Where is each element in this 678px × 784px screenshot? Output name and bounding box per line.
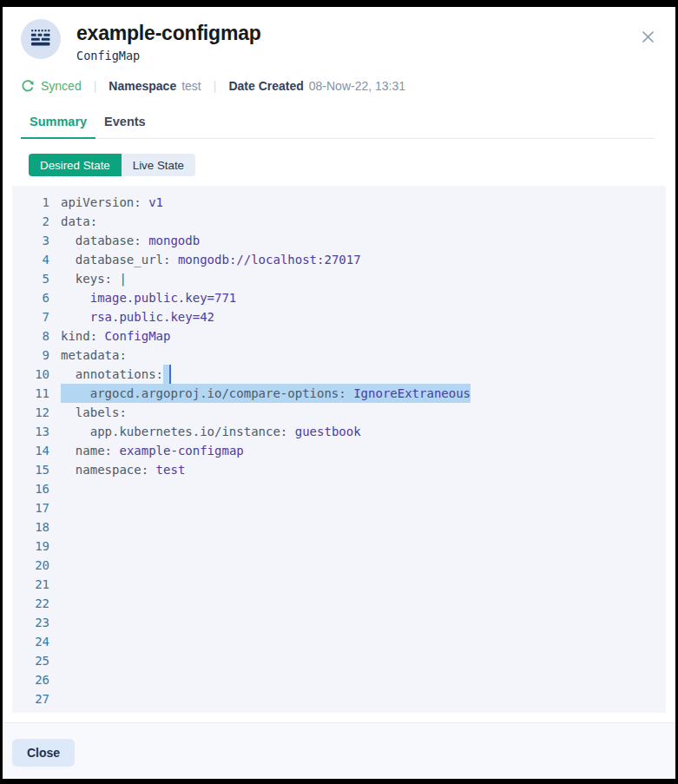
line-number: 12 xyxy=(12,403,49,422)
namespace-label: Namespace xyxy=(109,79,176,93)
code-line: 3 database: mongodb xyxy=(12,231,666,250)
code-line: 11 argocd.argoproj.io/compare-options: I… xyxy=(12,384,666,403)
code-text: rsa.public.key=42 xyxy=(61,307,214,326)
code-text: image.public.key=771 xyxy=(61,288,236,307)
code-line: 21 xyxy=(12,575,666,594)
line-number: 22 xyxy=(12,594,49,613)
line-number: 9 xyxy=(12,346,49,365)
line-number: 4 xyxy=(12,250,49,269)
line-number: 21 xyxy=(12,575,49,594)
status-bar: Synced | Namespace test | Date Created 0… xyxy=(21,77,405,95)
line-number: 24 xyxy=(12,632,49,651)
code-line: 22 xyxy=(12,594,666,613)
code-line: 14 name: example-configmap xyxy=(12,441,666,460)
line-number: 2 xyxy=(12,212,49,231)
line-number: 5 xyxy=(12,269,49,288)
code-line: 27 xyxy=(12,689,666,708)
code-line: 15 namespace: test xyxy=(12,460,666,479)
tab-summary[interactable]: Summary xyxy=(21,108,95,139)
code-text: kind: ConfigMap xyxy=(61,326,170,346)
resource-detail-panel: example-configmap ConfigMap Synced | Nam… xyxy=(3,7,675,779)
code-line: 12 labels: xyxy=(12,403,666,422)
line-number: 8 xyxy=(12,326,49,346)
code-text: labels: xyxy=(61,403,127,422)
code-line: 18 xyxy=(12,517,666,537)
line-number: 6 xyxy=(12,288,49,307)
code-line: 23 xyxy=(12,613,666,632)
desired-state-button[interactable]: Desired State xyxy=(29,154,122,176)
code-line: 25 xyxy=(12,651,666,670)
code-text: keys: | xyxy=(61,269,127,288)
line-number: 17 xyxy=(12,498,49,517)
code-line: 7 rsa.public.key=42 xyxy=(12,307,666,326)
line-number: 13 xyxy=(12,422,49,441)
close-icon[interactable] xyxy=(637,26,658,47)
code-text: annotations: xyxy=(61,365,171,384)
code-line: 6 image.public.key=771 xyxy=(12,288,666,307)
code-text: apiVersion: v1 xyxy=(61,193,163,212)
line-number: 10 xyxy=(12,365,49,384)
code-line: 26 xyxy=(12,670,666,689)
line-number: 16 xyxy=(12,479,49,498)
resource-kind: ConfigMap xyxy=(76,49,261,63)
code-line: 10 annotations: xyxy=(12,365,666,384)
line-number: 25 xyxy=(12,651,49,670)
code-line: 17 xyxy=(12,498,666,517)
code-line: 9metadata: xyxy=(12,346,666,365)
page-title: example-configmap xyxy=(76,21,261,45)
code-line: 13 app.kubernetes.io/instance: guestbook xyxy=(12,422,666,441)
code-line: 16 xyxy=(12,479,666,498)
code-line: 2data: xyxy=(12,212,666,231)
line-number: 27 xyxy=(12,689,49,708)
namespace-value: test xyxy=(181,79,201,93)
code-text: namespace: test xyxy=(61,460,185,479)
selection-stub xyxy=(163,365,169,384)
code-content: 1apiVersion: v12data:3 database: mongodb… xyxy=(12,193,666,708)
close-button[interactable]: Close xyxy=(12,739,75,767)
state-toggle: Desired State Live State xyxy=(29,154,195,176)
line-number: 18 xyxy=(12,517,49,537)
line-number: 15 xyxy=(12,460,49,479)
tab-bar: Summary Events xyxy=(21,108,655,139)
yaml-editor[interactable]: 1apiVersion: v12data:3 database: mongodb… xyxy=(12,186,666,713)
code-text: argocd.argoproj.io/compare-options: Igno… xyxy=(61,384,471,403)
line-number: 14 xyxy=(12,441,49,460)
sync-status-label: Synced xyxy=(41,79,82,93)
line-number: 20 xyxy=(12,556,49,575)
divider: | xyxy=(94,79,97,93)
line-number: 7 xyxy=(12,307,49,326)
live-state-button[interactable]: Live State xyxy=(122,154,195,176)
code-line: 20 xyxy=(12,556,666,575)
header-titles: example-configmap ConfigMap xyxy=(76,19,261,63)
line-number: 19 xyxy=(12,537,49,556)
divider: | xyxy=(214,79,217,93)
date-created-value: 08-Now-22, 13:31 xyxy=(309,79,405,93)
code-line: 19 xyxy=(12,537,666,556)
line-number: 3 xyxy=(12,231,49,250)
tab-events[interactable]: Events xyxy=(95,108,155,139)
code-line: 5 keys: | xyxy=(12,269,666,288)
line-number: 23 xyxy=(12,613,49,632)
code-text: metadata: xyxy=(61,346,127,365)
text-cursor-icon xyxy=(169,365,171,384)
code-text: name: example-configmap xyxy=(61,441,244,460)
line-number: 11 xyxy=(12,384,49,403)
code-text: database: mongodb xyxy=(61,231,200,250)
code-line: 4 database_url: mongodb://localhost:2701… xyxy=(12,250,666,269)
line-number: 26 xyxy=(12,670,49,689)
sync-status: Synced xyxy=(21,79,82,93)
code-text: data: xyxy=(61,212,97,231)
panel-footer: Close xyxy=(3,722,675,779)
line-number: 1 xyxy=(12,193,49,212)
code-line: 8kind: ConfigMap xyxy=(12,326,666,346)
resource-avatar xyxy=(21,19,61,59)
panel-header: example-configmap ConfigMap xyxy=(21,19,261,63)
date-created-label: Date Created xyxy=(228,79,303,93)
code-text: app.kubernetes.io/instance: guestbook xyxy=(61,422,361,441)
code-text: database_url: mongodb://localhost:27017 xyxy=(61,250,361,269)
configmap-icon xyxy=(30,27,52,52)
code-line: 24 xyxy=(12,632,666,651)
code-line: 1apiVersion: v1 xyxy=(12,193,666,212)
sync-icon xyxy=(21,79,35,93)
